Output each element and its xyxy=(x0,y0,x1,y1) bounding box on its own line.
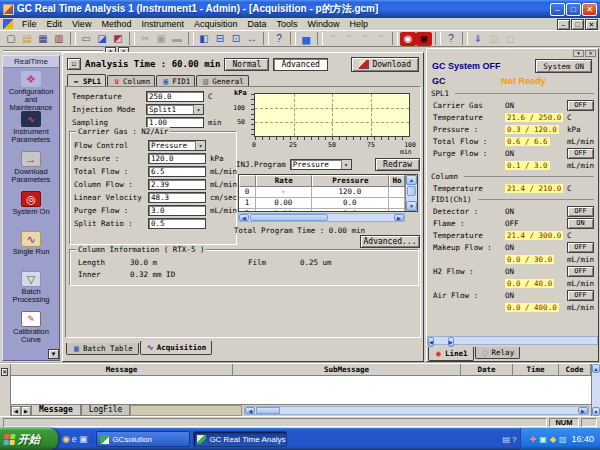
printer-icon[interactable]: ▤ xyxy=(502,435,510,444)
menu-item-view[interactable]: View xyxy=(67,18,96,30)
output-close-button[interactable]: ✕ xyxy=(1,368,8,376)
scroll-down-icon[interactable]: ▼ xyxy=(406,201,417,211)
toggle-off-button[interactable]: OFF xyxy=(567,148,594,159)
save-icon[interactable]: ▦ xyxy=(35,32,51,46)
minimize-button[interactable]: – xyxy=(550,3,565,16)
context-help-icon[interactable]: ? xyxy=(443,32,459,46)
download-button[interactable]: Download xyxy=(351,57,419,72)
media-player-icon[interactable]: ◉ xyxy=(62,434,70,444)
new-file-icon[interactable]: ▢ xyxy=(3,32,19,46)
scroll-right-icon[interactable]: ▶ xyxy=(394,214,404,221)
field-input-pressure[interactable]: 120.0 xyxy=(148,153,206,164)
tab-relay[interactable]: Relay xyxy=(475,347,521,359)
open-folder-icon[interactable]: ▤ xyxy=(19,32,35,46)
menu-item-tools[interactable]: Tools xyxy=(272,18,303,30)
message-vertical-scrollbar[interactable]: ▲ ▼ xyxy=(591,364,600,416)
scroll-left-icon[interactable]: ◀ xyxy=(239,214,249,221)
menu-item-acquisition[interactable]: Acquisition xyxy=(189,18,243,30)
assistant-bar-scroll-down-button[interactable]: ▼ xyxy=(48,349,59,359)
sidebar-item-download-parameters[interactable]: Download Parameters xyxy=(3,148,59,188)
sidebar-item-batch-processing[interactable]: Batch Processing xyxy=(3,268,59,308)
inj-program-select[interactable]: Pressure ▾ xyxy=(290,159,352,170)
internet-explorer-icon[interactable]: e xyxy=(72,434,77,444)
redraw-button[interactable]: Redraw xyxy=(375,158,420,171)
message-horizontal-scrollbar[interactable]: ◀ ▶ xyxy=(244,406,589,415)
taskbar-button-gc-real-time-analysi[interactable]: GC Real Time Analysi... xyxy=(193,431,287,447)
toggle-off-button[interactable]: OFF xyxy=(567,100,594,111)
menu-item-help[interactable]: Help xyxy=(345,18,374,30)
advanced-button[interactable]: Advanced xyxy=(273,58,328,71)
report-view-icon[interactable]: ◪ xyxy=(94,32,110,46)
sheet-prev-icon[interactable]: ◀ xyxy=(11,406,21,416)
view-left-pane-icon[interactable]: ◧ xyxy=(196,32,212,46)
system-on-button[interactable]: System ON xyxy=(535,59,592,73)
table-cell[interactable] xyxy=(389,209,405,211)
menu-item-file[interactable]: File xyxy=(17,18,42,30)
table-cell[interactable]: 0.00 xyxy=(256,198,312,209)
toggle-off-button[interactable]: OFF xyxy=(567,290,594,301)
field-input-temperature[interactable]: 250.0 xyxy=(146,91,204,102)
view-float-pane-icon[interactable]: ⊡ xyxy=(228,32,244,46)
chevron-down-icon[interactable]: ▾ xyxy=(193,105,203,114)
help-icon[interactable]: ? xyxy=(271,32,287,46)
menu-item-method[interactable]: Method xyxy=(96,18,136,30)
menu-item-instrument[interactable]: Instrument xyxy=(136,18,189,30)
help-center-icon[interactable]: ? xyxy=(512,435,516,444)
scroll-right-icon[interactable]: ▶ xyxy=(448,337,454,347)
download-method-icon[interactable]: ⇓ xyxy=(470,32,486,46)
network-icon[interactable]: ▣ xyxy=(539,435,547,444)
sidebar-item-calibration-curve[interactable]: Calibration Curve xyxy=(3,308,59,348)
scroll-down-icon[interactable]: ▼ xyxy=(592,407,600,416)
chevron-down-icon[interactable]: ▾ xyxy=(341,160,351,169)
chromatogram-icon[interactable]: ▅ xyxy=(298,32,314,46)
normal-button[interactable]: Normal xyxy=(224,58,269,71)
table-cell[interactable] xyxy=(389,198,405,209)
update-icon[interactable]: ◆ xyxy=(550,435,556,444)
scroll-left-icon[interactable]: ◀ xyxy=(245,407,255,414)
sidebar-item-single-run[interactable]: Single Run xyxy=(3,228,59,268)
toggle-off-button[interactable]: OFF xyxy=(567,266,594,277)
table-cell[interactable]: 2 xyxy=(239,209,256,211)
table-cell[interactable]: 0.0 xyxy=(312,209,390,211)
tab-line1[interactable]: Line1 xyxy=(428,347,474,361)
table-cell[interactable]: 0 xyxy=(239,187,256,198)
mdi-minimize-button[interactable]: – xyxy=(557,19,570,30)
field-input-total-flow[interactable]: 6.5 xyxy=(148,166,206,177)
scroll-up-icon[interactable]: ▲ xyxy=(406,175,417,185)
antivirus-icon[interactable]: ✚ xyxy=(529,435,536,444)
scroll-right-icon[interactable]: ▶ xyxy=(578,407,588,414)
field-input-split-ratio[interactable]: 0.5 xyxy=(148,218,206,229)
mdi-close-button[interactable]: ✕ xyxy=(585,19,598,30)
table-cell[interactable] xyxy=(389,187,405,198)
chevron-down-icon[interactable]: ▾ xyxy=(195,141,205,150)
table-cell[interactable]: 0.0 xyxy=(312,198,390,209)
sidebar-item-configuration-and-maintenance[interactable]: Configuration and Maintenance xyxy=(3,68,59,108)
show-desktop-icon[interactable]: ▣ xyxy=(79,434,88,444)
report-edit-icon[interactable]: ◩ xyxy=(110,32,126,46)
table-horizontal-scrollbar[interactable]: ◀ ▶ xyxy=(238,213,405,222)
mdi-restore-button[interactable]: □ xyxy=(571,19,584,30)
close-button[interactable]: ✕ xyxy=(582,3,597,16)
table-cell[interactable]: 1 xyxy=(239,198,256,209)
sidebar-item-system-on[interactable]: System On xyxy=(3,188,59,228)
monitor-close-button[interactable]: ✕ xyxy=(585,50,596,57)
scroll-up-icon[interactable]: ▲ xyxy=(592,364,600,373)
sheet-tab-logfile[interactable]: LogFile xyxy=(81,405,131,416)
print-icon[interactable]: ▭ xyxy=(78,32,94,46)
sheet-tab-message[interactable]: Message xyxy=(31,405,81,416)
system-on-icon[interactable]: ◉ xyxy=(400,32,416,46)
menu-item-window[interactable]: Window xyxy=(303,18,345,30)
pane-arrange-icon[interactable]: ↔ xyxy=(244,32,260,46)
menu-item-data[interactable]: Data xyxy=(242,18,271,30)
toggle-off-button[interactable]: OFF xyxy=(567,206,594,217)
view-bottom-pane-icon[interactable]: ⊟ xyxy=(212,32,228,46)
toggle-on-button[interactable]: ON xyxy=(567,218,594,229)
restore-button[interactable]: □ xyxy=(566,3,581,16)
taskbar-button-gcsolution[interactable]: GCsolution xyxy=(96,431,190,447)
table-cell[interactable]: 120.0 xyxy=(312,187,390,198)
field-input-linear-velocity[interactable]: 48.3 xyxy=(148,192,206,203)
monitor-dropdown-button[interactable]: ▾ xyxy=(573,50,584,57)
sidebar-item-instrument-parameters[interactable]: Instrument Parameters xyxy=(3,108,59,148)
table-cell[interactable]: - xyxy=(256,187,312,198)
field-input-purge-flow[interactable]: 3.0 xyxy=(148,205,206,216)
